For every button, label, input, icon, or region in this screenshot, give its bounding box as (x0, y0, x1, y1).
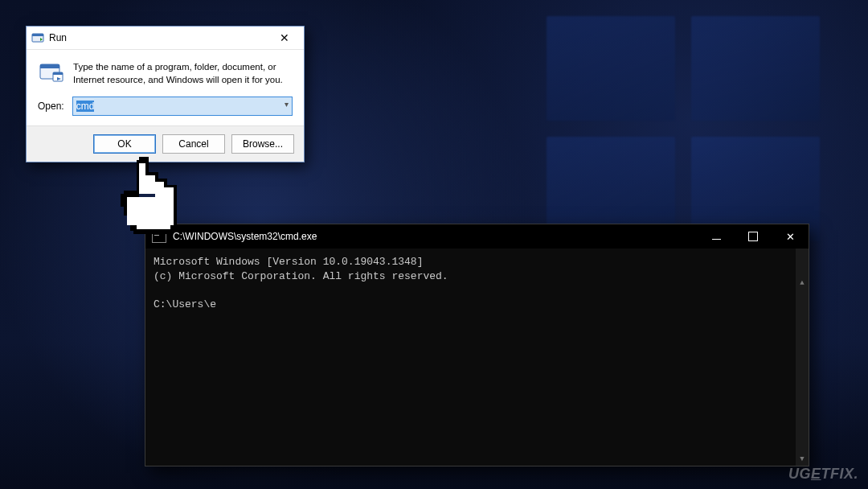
cmd-line: Microsoft Windows [Version 10.0.19043.13… (154, 256, 423, 268)
run-titlebar[interactable]: Run ✕ (27, 27, 304, 50)
svg-rect-18 (127, 212, 133, 224)
run-dialog: Run ✕ Type the name of a program, folder… (26, 26, 305, 162)
close-button[interactable] (772, 224, 809, 249)
browse-button[interactable]: Browse... (231, 134, 294, 154)
svg-rect-15 (124, 191, 139, 197)
run-description: Type the name of a program, folder, docu… (73, 61, 293, 88)
svg-rect-9 (149, 172, 158, 179)
run-app-icon (31, 31, 44, 44)
close-icon[interactable]: ✕ (268, 28, 301, 47)
svg-rect-13 (167, 185, 177, 191)
desktop: Run ✕ Type the name of a program, folder… (0, 0, 868, 489)
run-title: Run (49, 32, 268, 43)
maximize-button[interactable] (735, 224, 772, 249)
cmd-line: C:\Users\e (154, 298, 216, 310)
cmd-line: (c) Microsoft Corporation. All rights re… (154, 270, 448, 282)
run-dialog-icon (38, 61, 65, 88)
svg-rect-1 (32, 34, 43, 36)
svg-rect-16 (121, 194, 127, 206)
cancel-button[interactable]: Cancel (162, 134, 225, 154)
svg-rect-25 (127, 197, 174, 225)
cmd-app-icon (152, 230, 166, 243)
scroll-up-icon[interactable]: ▲ (796, 277, 809, 290)
cmd-title: C:\WINDOWS\system32\cmd.exe (173, 231, 698, 242)
minimize-button[interactable] (698, 224, 735, 249)
cmd-scrollbar[interactable]: ▲ ▼ (796, 249, 809, 466)
svg-rect-14 (174, 187, 177, 221)
svg-rect-17 (124, 203, 130, 216)
svg-rect-21 (139, 163, 145, 194)
svg-rect-22 (145, 175, 155, 194)
svg-rect-11 (158, 179, 168, 185)
svg-rect-3 (40, 64, 59, 68)
svg-rect-12 (164, 182, 167, 191)
watermark: UGETFIX. (788, 466, 858, 483)
open-label: Open: (38, 101, 64, 112)
open-input[interactable] (73, 97, 292, 115)
svg-rect-23 (155, 182, 165, 197)
cmd-window: C:\WINDOWS\system32\cmd.exe Microsoft Wi… (145, 224, 809, 466)
ok-button[interactable]: OK (93, 134, 156, 154)
cmd-output[interactable]: Microsoft Windows [Version 10.0.19043.13… (145, 249, 809, 466)
cmd-titlebar[interactable]: C:\WINDOWS\system32\cmd.exe (145, 224, 809, 249)
windows-logo (547, 16, 828, 257)
svg-rect-7 (137, 160, 140, 191)
chevron-down-icon[interactable]: ▾ (285, 100, 289, 109)
svg-rect-24 (164, 187, 174, 199)
scroll-down-icon[interactable]: ▼ (796, 453, 809, 466)
open-combobox[interactable]: ▾ (72, 97, 293, 116)
svg-rect-5 (53, 72, 63, 75)
svg-rect-10 (155, 175, 158, 185)
